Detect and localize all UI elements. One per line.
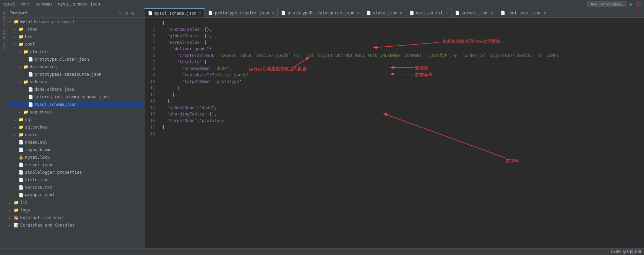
tree-item-simplelogger-properties[interactable]: 📄simplelogger.properties bbox=[8, 169, 144, 176]
tree-item-scratches-and-consoles[interactable]: ▸📝Scratches and Consoles bbox=[8, 221, 144, 229]
folder-icon: 📁 bbox=[18, 42, 24, 47]
tab-server-json[interactable]: 📄server.json✕ bbox=[452, 8, 497, 17]
tree-item-mycat-lock[interactable]: 🔒mycat.lock bbox=[8, 154, 144, 161]
tab-label: mysql.schema.json bbox=[154, 11, 197, 16]
arrow-icon: ▸ bbox=[9, 208, 14, 212]
tab-prototype-cluster-json[interactable]: 📄prototype.cluster.json✕ bbox=[205, 8, 278, 17]
tab-close-button[interactable]: ✕ bbox=[445, 11, 448, 15]
run-icon[interactable]: ▶ bbox=[630, 1, 633, 7]
tree-item-bin[interactable]: ▸📁bin bbox=[8, 33, 144, 40]
folder-icon: 📁 bbox=[18, 132, 24, 137]
tree-item-schemas[interactable]: ▾📁schemas bbox=[8, 78, 144, 86]
code-line: { bbox=[162, 20, 640, 26]
breadcrumb-schemas[interactable]: schemas bbox=[36, 2, 53, 7]
tab-close-button[interactable]: ✕ bbox=[272, 11, 274, 15]
tree-item-server-json[interactable]: 📄server.json bbox=[8, 161, 144, 169]
tree-item-version-txt[interactable]: 📄version.txt bbox=[8, 184, 144, 191]
add-configuration-button[interactable]: Add Configuration... bbox=[588, 1, 627, 7]
tree-item-state-json[interactable]: 📄state.json bbox=[8, 176, 144, 184]
tree-item-dade-schema-json[interactable]: 📄dade.schema.json bbox=[8, 86, 144, 93]
tree-item--idea[interactable]: ▸📁.idea bbox=[8, 25, 144, 33]
tab-version-txt[interactable]: 📄version.txt✕ bbox=[406, 8, 452, 17]
folder-icon: 📁 bbox=[18, 117, 24, 122]
tree-item-mycat[interactable]: ▾📁mycat D:\www\mycat\mycat bbox=[8, 18, 144, 25]
tree-item-external-libraries[interactable]: ▸📚External Libraries bbox=[8, 214, 144, 221]
tree-label: conf bbox=[25, 42, 35, 47]
project-tree[interactable]: ▾📁mycat D:\www\mycat\mycat▸📁.idea▸📁bin▾📁… bbox=[8, 18, 144, 248]
code-content[interactable]: { "customTables":{}, "globalTables":{}, … bbox=[158, 18, 644, 248]
tree-item-sql[interactable]: ▸📁sql bbox=[8, 116, 144, 123]
tree-item-prototype-cluster-json[interactable]: 📄prototype.cluster.json bbox=[8, 56, 144, 63]
root-icon: 📁 bbox=[14, 19, 19, 24]
tab-file-icon: 📄 bbox=[281, 11, 286, 15]
tab-label: root.user.json bbox=[507, 11, 542, 15]
breadcrumb-mycat[interactable]: mycat bbox=[3, 2, 15, 7]
arrow-icon: ▸ bbox=[14, 35, 18, 39]
json-icon: 📄 bbox=[28, 72, 33, 77]
tree-item-datasources[interactable]: ▾📁datasources bbox=[8, 63, 144, 71]
tab-mysql-schema-json[interactable]: 📄mysql.schema.json✕ bbox=[144, 8, 205, 17]
top-bar: mycat › conf › schemas › mysql.schema.js… bbox=[0, 0, 644, 8]
tab-file-icon: 📄 bbox=[148, 11, 153, 15]
breadcrumb: mycat › conf › schemas › mysql.schema.js… bbox=[3, 2, 100, 7]
tab-close-button[interactable]: ✕ bbox=[199, 11, 201, 15]
tree-item-users[interactable]: ▸📁users bbox=[8, 131, 144, 138]
tree-item-information-schema-schema-json[interactable]: 📄information_schema.schema.json bbox=[8, 93, 144, 101]
json-icon: 📄 bbox=[28, 102, 33, 107]
tab-label: state.json bbox=[373, 11, 397, 15]
tree-item-dbseq-sql[interactable]: 📄dbseq.sql bbox=[8, 138, 144, 146]
tab-prototypeds-datasource-json[interactable]: 📄prototypeDs.datasource.json✕ bbox=[278, 8, 363, 17]
tree-label: version.txt bbox=[25, 185, 52, 190]
tree-item-logs[interactable]: ▸📁logs bbox=[8, 206, 144, 214]
side-tabs: Project Structure bbox=[0, 8, 8, 248]
tree-item-conf[interactable]: ▾📁conf bbox=[8, 40, 144, 48]
arrow-icon: ▾ bbox=[14, 42, 18, 46]
tab-root-user-json[interactable]: 📄root.user.json✕ bbox=[497, 8, 550, 17]
tree-label: state.json bbox=[25, 178, 50, 182]
tab-close-button[interactable]: ✕ bbox=[400, 11, 402, 15]
tree-label: mycat bbox=[20, 19, 33, 24]
tree-item-prototypeds-datasource-json[interactable]: 📄prototypeDs.datasource.json bbox=[8, 71, 144, 78]
tree-item-clusters[interactable]: ▾📁clusters bbox=[8, 48, 144, 56]
line-number: 11 bbox=[144, 85, 155, 92]
code-line: "customTables":{}, bbox=[162, 26, 640, 33]
tab-close-button[interactable]: ✕ bbox=[491, 11, 493, 15]
tree-item-sqlcaches[interactable]: ▸📁sqlcaches bbox=[8, 123, 144, 131]
debug-icon[interactable]: 🐞 bbox=[635, 1, 641, 7]
breadcrumb-file[interactable]: mysql.schema.json bbox=[58, 2, 100, 7]
properties-icon: 📄 bbox=[18, 170, 24, 175]
line-number: 1 bbox=[144, 20, 155, 26]
arrow-icon: ▸ bbox=[14, 133, 18, 137]
line-number: 15 bbox=[144, 111, 155, 118]
folder-icon: 📁 bbox=[18, 34, 24, 39]
tab-close-button[interactable]: ✕ bbox=[544, 11, 546, 15]
tab-structure[interactable]: Structure bbox=[0, 28, 7, 51]
status-csdn: CSDN @大得369 bbox=[611, 249, 641, 255]
tree-item-wrapper-conf[interactable]: 📄wrapper.conf bbox=[8, 191, 144, 199]
tab-file-icon: 📄 bbox=[455, 11, 460, 15]
line-number: 5 bbox=[144, 46, 155, 52]
tree-item-sequences[interactable]: ▸📁sequences bbox=[8, 108, 144, 116]
tree-item-lib[interactable]: ▸📁lib bbox=[8, 199, 144, 206]
tab-label: prototypeDs.datasource.json bbox=[288, 11, 354, 15]
collapse-icon[interactable]: ⊟ bbox=[124, 10, 129, 16]
tree-label: mysql.schema.json bbox=[35, 102, 77, 107]
settings-icon[interactable]: ⚙ bbox=[130, 10, 135, 16]
tree-label: dbseq.sql bbox=[25, 140, 47, 145]
code-line: "shardingTables":{}, bbox=[162, 111, 640, 118]
tab-state-json[interactable]: 📄state.json✕ bbox=[363, 8, 406, 17]
folder-icon: 📁 bbox=[23, 64, 28, 69]
locate-icon[interactable]: ⊕ bbox=[117, 10, 122, 16]
tab-close-button[interactable]: ✕ bbox=[357, 11, 359, 15]
code-line: "globalTables":{}, bbox=[162, 33, 640, 39]
code-editor[interactable]: 123456789101112131415161718 { "customTab… bbox=[144, 18, 644, 248]
tree-label: server.json bbox=[25, 162, 52, 167]
tree-label: wrapper.conf bbox=[25, 193, 55, 197]
tab-project[interactable]: Project bbox=[0, 9, 7, 28]
line-number: 3 bbox=[144, 33, 155, 39]
breadcrumb-conf[interactable]: conf bbox=[20, 2, 30, 7]
tree-item-mysql-schema-json[interactable]: 📄mysql.schema.json bbox=[8, 101, 144, 108]
close-panel-icon[interactable]: − bbox=[137, 10, 141, 16]
folder-icon: 📁 bbox=[23, 110, 28, 114]
tree-item-logback-xml[interactable]: 📄logback.xml bbox=[8, 146, 144, 154]
